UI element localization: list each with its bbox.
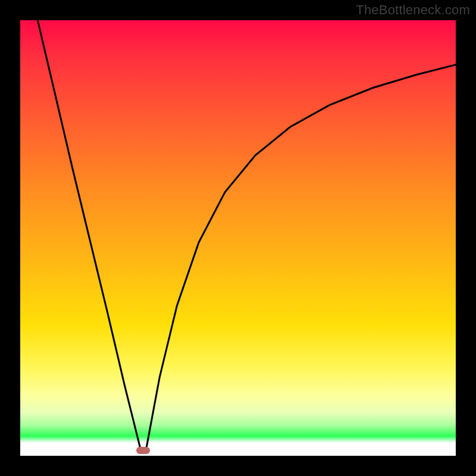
chart-frame: TheBottleneck.com [0, 0, 476, 476]
curve-left-branch [37, 20, 140, 447]
plot-area [20, 20, 456, 456]
curve-right-branch [146, 65, 456, 447]
watermark-text: TheBottleneck.com [356, 2, 470, 18]
minimum-marker [136, 447, 150, 454]
curve-layer [20, 20, 456, 456]
